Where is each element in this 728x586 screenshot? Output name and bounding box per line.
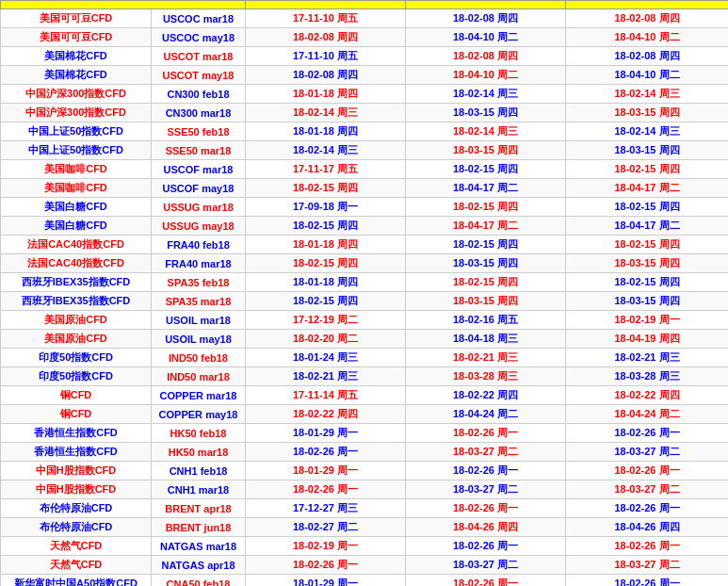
header-last — [406, 1, 566, 9]
table-row: 新华富时中国A50指数CFDCNA50 feb1818-01-29 周一18-0… — [1, 575, 729, 587]
product-code: HK50 feb18 — [152, 424, 246, 443]
table-row: 中国沪深300指数CFDCN300 feb1818-01-18 周四18-02-… — [1, 85, 729, 104]
product-code: USOIL may18 — [152, 330, 246, 349]
expire-date: 18-04-19 周四 — [566, 330, 729, 349]
product-name: 天然气CFD — [1, 537, 152, 556]
start-date: 18-02-08 周四 — [246, 28, 406, 47]
header-start — [246, 1, 406, 9]
start-date: 18-01-18 周四 — [246, 122, 406, 141]
product-code: CNA50 feb18 — [152, 575, 246, 587]
last-date: 18-04-18 周三 — [406, 330, 566, 349]
table-row: 中国H股指数CFDCNH1 mar1818-02-26 周一18-03-27 周… — [1, 480, 729, 499]
table-row: 美国原油CFDUSOIL mar1817-12-19 周二18-02-16 周五… — [1, 311, 729, 330]
start-date: 18-01-29 周一 — [246, 575, 406, 587]
start-date: 18-02-26 周一 — [246, 480, 406, 499]
last-date: 18-02-08 周四 — [406, 9, 566, 28]
table-row: 美国棉花CFDUSCOT may1818-02-08 周四18-04-10 周二… — [1, 66, 729, 85]
product-code: USCOT may18 — [152, 66, 246, 85]
product-name: 中国沪深300指数CFD — [1, 104, 152, 122]
start-date: 18-01-18 周四 — [246, 85, 406, 104]
expire-date: 18-03-27 周二 — [566, 443, 729, 462]
product-code: USSUG mar18 — [152, 198, 246, 217]
product-code: COPPER mar18 — [152, 386, 246, 405]
product-name: 美国原油CFD — [1, 311, 152, 330]
product-code: FRA40 feb18 — [152, 236, 246, 254]
last-date: 18-02-15 周四 — [406, 273, 566, 292]
expire-date: 18-03-15 周四 — [566, 292, 729, 311]
start-date: 18-01-29 周一 — [246, 462, 406, 480]
table-row: 布伦特原油CFDBRENT jun1818-02-27 周二18-04-26 周… — [1, 518, 729, 537]
start-date: 18-01-18 周四 — [246, 236, 406, 254]
table-row: 美国咖啡CFDUSCOF mar1817-11-17 周五18-02-15 周四… — [1, 160, 729, 179]
start-date: 18-01-24 周三 — [246, 349, 406, 367]
table-row: 布伦特原油CFDBRENT apr1817-12-27 周三18-02-26 周… — [1, 499, 729, 518]
last-date: 18-02-26 周一 — [406, 499, 566, 518]
table-row: 天然气CFDNATGAS apr1818-02-26 周一18-03-27 周二… — [1, 556, 729, 575]
product-name: 美国原油CFD — [1, 330, 152, 349]
product-code: USCOT mar18 — [152, 47, 246, 66]
product-name: 美国白糖CFD — [1, 198, 152, 217]
start-date: 17-12-19 周二 — [246, 311, 406, 330]
product-name: 中国H股指数CFD — [1, 480, 152, 499]
product-name: 美国可可豆CFD — [1, 9, 152, 28]
product-code: FRA40 mar18 — [152, 254, 246, 273]
last-date: 18-02-21 周三 — [406, 349, 566, 367]
expire-date: 18-02-26 周一 — [566, 462, 729, 480]
last-date: 18-02-26 周一 — [406, 462, 566, 480]
expire-date: 18-02-26 周一 — [566, 499, 729, 518]
table-row: 天然气CFDNATGAS mar1818-02-19 周一18-02-26 周一… — [1, 537, 729, 556]
table-row: 美国原油CFDUSOIL may1818-02-20 周二18-04-18 周三… — [1, 330, 729, 349]
product-name: 美国咖啡CFD — [1, 160, 152, 179]
product-code: IND50 mar18 — [152, 367, 246, 386]
last-date: 18-03-15 周四 — [406, 141, 566, 160]
last-date: 18-02-16 周五 — [406, 311, 566, 330]
product-name: 铜CFD — [1, 405, 152, 424]
product-code: COPPER may18 — [152, 405, 246, 424]
expire-date: 18-02-15 周四 — [566, 273, 729, 292]
expire-date: 18-03-15 周四 — [566, 141, 729, 160]
last-date: 18-03-27 周二 — [406, 443, 566, 462]
start-date: 18-02-26 周一 — [246, 556, 406, 575]
product-name: 西班牙IBEX35指数CFD — [1, 273, 152, 292]
last-date: 18-03-28 周三 — [406, 367, 566, 386]
product-code: BRENT apr18 — [152, 499, 246, 518]
product-code: NATGAS mar18 — [152, 537, 246, 556]
expire-date: 18-02-14 周三 — [566, 122, 729, 141]
product-code: SSE50 feb18 — [152, 122, 246, 141]
table-row: 美国咖啡CFDUSCOF may1818-02-15 周四18-04-17 周二… — [1, 179, 729, 198]
start-date: 18-02-27 周二 — [246, 518, 406, 537]
product-name: 美国咖啡CFD — [1, 179, 152, 198]
table-row: 香港恒生指数CFDHK50 feb1818-01-29 周一18-02-26 周… — [1, 424, 729, 443]
expire-date: 18-03-27 周二 — [566, 480, 729, 499]
table-row: 美国可可豆CFDUSCOC may1818-02-08 周四18-04-10 周… — [1, 28, 729, 47]
table-row: 美国可可豆CFDUSCOC mar1817-11-10 周五18-02-08 周… — [1, 9, 729, 28]
start-date: 18-02-26 周一 — [246, 443, 406, 462]
expire-date: 18-02-22 周四 — [566, 386, 729, 405]
table-row: 美国白糖CFDUSSUG may1818-02-15 周四18-04-17 周二… — [1, 217, 729, 236]
expire-date: 18-04-24 周二 — [566, 405, 729, 424]
last-date: 18-03-15 周四 — [406, 254, 566, 273]
product-name: 印度50指数CFD — [1, 367, 152, 386]
expire-date: 18-02-15 周四 — [566, 236, 729, 254]
main-table: 美国可可豆CFDUSCOC mar1817-11-10 周五18-02-08 周… — [0, 0, 728, 586]
last-date: 18-02-22 周四 — [406, 386, 566, 405]
last-date: 18-02-15 周四 — [406, 198, 566, 217]
expire-date: 18-02-08 周四 — [566, 9, 729, 28]
table-row: 中国沪深300指数CFDCN300 mar1818-02-14 周三18-03-… — [1, 104, 729, 122]
last-date: 18-04-26 周四 — [406, 518, 566, 537]
expire-date: 18-02-26 周一 — [566, 537, 729, 556]
start-date: 18-02-14 周三 — [246, 141, 406, 160]
table-row: 美国白糖CFDUSSUG mar1817-09-18 周一18-02-15 周四… — [1, 198, 729, 217]
product-name: 法国CAC40指数CFD — [1, 254, 152, 273]
product-name: 布伦特原油CFD — [1, 499, 152, 518]
product-name: 新华富时中国A50指数CFD — [1, 575, 152, 587]
start-date: 17-12-27 周三 — [246, 499, 406, 518]
table-row: 中国上证50指数CFDSSE50 feb1818-01-18 周四18-02-1… — [1, 122, 729, 141]
expire-date: 18-04-17 周二 — [566, 217, 729, 236]
product-name: 西班牙IBEX35指数CFD — [1, 292, 152, 311]
start-date: 18-02-15 周四 — [246, 254, 406, 273]
expire-date: 18-03-27 周二 — [566, 556, 729, 575]
last-date: 18-03-15 周四 — [406, 292, 566, 311]
expire-date: 18-02-26 周一 — [566, 575, 729, 587]
start-date: 17-11-14 周五 — [246, 386, 406, 405]
